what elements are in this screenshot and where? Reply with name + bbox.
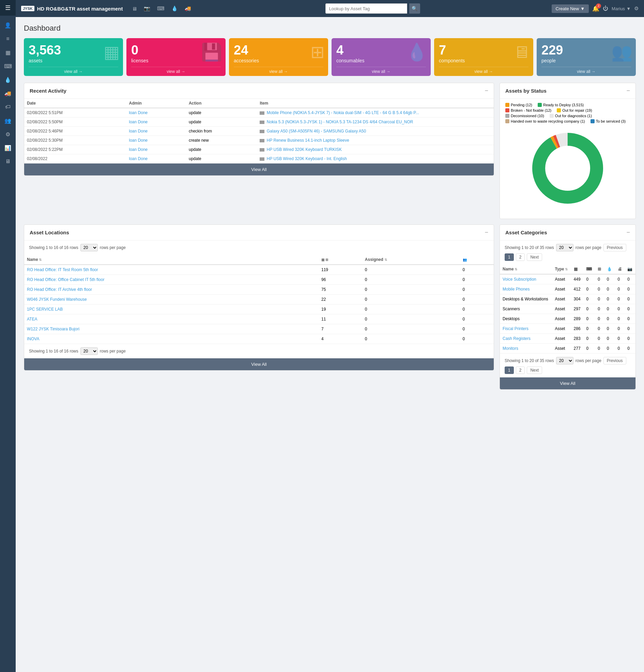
summary-card-people[interactable]: 👥 229 people view all → — [537, 38, 636, 76]
loc-name[interactable]: RO Head Office: IT Archive 4th floor — [24, 285, 319, 295]
cat-name[interactable]: Desktops & Workstations — [500, 294, 552, 304]
asset-locations-table-wrapper[interactable]: Name ▦ ⊞ Assigned 👥 RO Head Office: IT T… — [24, 255, 494, 344]
recent-activity-collapse[interactable]: − — [485, 87, 488, 94]
card-view-all-consumables[interactable]: view all → — [336, 67, 426, 76]
col-name-cat[interactable]: Name — [500, 264, 552, 274]
asset-locations-view-all[interactable]: View All — [24, 358, 494, 370]
share-button[interactable]: ⚙ — [634, 5, 639, 12]
loc-name[interactable]: ATEA — [24, 314, 319, 324]
nav-icon-camera[interactable]: 📷 — [141, 4, 153, 13]
summary-card-consumables[interactable]: 💧 4 consumables view all → — [332, 38, 431, 76]
sidebar-item-monitor[interactable]: 🖥 — [1, 155, 15, 168]
recent-activity-scroll[interactable]: Date Admin Action Item 02/08/2022 5:51PM… — [24, 99, 494, 164]
ra-admin[interactable]: loan Done — [127, 145, 186, 154]
ra-admin[interactable]: loan Done — [127, 154, 186, 164]
asset-categories-view-all[interactable]: View All — [500, 377, 635, 389]
cat-name[interactable]: Cash Registers — [500, 334, 552, 344]
card-view-all-people[interactable]: view all → — [541, 67, 631, 76]
summary-card-accessories[interactable]: ⊞ 24 accessories view all → — [229, 38, 328, 76]
cat-name[interactable]: Desktops — [500, 314, 552, 324]
table-row: Mobile Phones Asset 412 0 0 0 0 0 — [500, 284, 635, 294]
legend-label: Ready to Deploy (3,515) — [543, 103, 584, 107]
prev-btn-top[interactable]: Previous — [604, 244, 626, 251]
sidebar-item-drop[interactable]: 💧 — [1, 74, 15, 86]
ra-item[interactable]: Galaxy A50 (SM-A505FN 46) - SAMSUNG Gala… — [257, 127, 494, 136]
cat-name[interactable]: Voice Subscription — [500, 274, 552, 284]
power-button[interactable]: ⏻ — [603, 5, 608, 12]
asset-categories-table-wrapper[interactable]: Name Type ▦ ⌨ ⊞ 💧 🖨 📷 — [500, 264, 635, 353]
user-menu[interactable]: Marius ▼ — [612, 6, 631, 11]
ra-admin[interactable]: loan Done — [127, 127, 186, 136]
nav-icon-keyboard[interactable]: ⌨ — [155, 4, 167, 13]
loc-name[interactable]: RO Head Office: IT Test Room 5th floor — [24, 265, 319, 275]
legend-dot — [557, 108, 561, 112]
card-view-all-accessories[interactable]: view all → — [234, 67, 323, 76]
page-2-btn-top[interactable]: 2 — [516, 253, 525, 261]
ra-item[interactable]: HP Renew Business 14.1-inch Laptop Sleev… — [257, 136, 494, 145]
sidebar-item-truck[interactable]: 🚚 — [1, 87, 15, 99]
sidebar-item-settings[interactable]: ⚙ — [1, 128, 15, 140]
loc-name[interactable]: RO Head Office: Office Cabinet IT 5th fl… — [24, 275, 319, 285]
asset-locations-collapse[interactable]: − — [485, 229, 488, 236]
loc-name[interactable]: INOVA — [24, 334, 319, 344]
card-view-all-assets[interactable]: view all → — [28, 67, 118, 76]
loc-extra: 0 — [460, 285, 494, 295]
col-name-loc[interactable]: Name — [24, 255, 319, 265]
asset-categories-title: Asset Categories — [505, 230, 547, 235]
ra-item[interactable]: HP USB Wired 320K Keyboard TURKISK — [257, 145, 494, 154]
sidebar-menu-toggle[interactable]: ☰ — [0, 0, 16, 16]
sidebar-item-home[interactable]: 👤 — [1, 19, 15, 31]
sidebar-item-tag[interactable]: 🏷 — [1, 101, 15, 113]
summary-card-licenses[interactable]: 💾 0 licenses view all → — [127, 38, 226, 76]
sidebar-item-chart[interactable]: 📊 — [1, 142, 15, 154]
col-type-cat[interactable]: Type — [552, 264, 571, 274]
nav-icon-desktop[interactable]: 🖥 — [130, 4, 139, 13]
asset-locations-per-page-top[interactable]: 2050100 — [81, 244, 98, 251]
assets-by-status-collapse[interactable]: − — [626, 87, 630, 94]
ra-admin[interactable]: loan Done — [127, 118, 186, 127]
card-view-all-licenses[interactable]: view all → — [131, 67, 221, 76]
ra-admin[interactable]: loan Done — [127, 136, 186, 145]
cat-name[interactable]: Monitors — [500, 344, 552, 353]
nav-icon-truck[interactable]: 🚚 — [182, 4, 193, 13]
loc-name[interactable]: W046 JYSK Fundeni Warehouse — [24, 295, 319, 304]
search-button[interactable]: 🔍 — [409, 3, 420, 14]
sidebar-item-people[interactable]: 👥 — [1, 115, 15, 127]
loc-name[interactable]: 1PC SERVICE LAB — [24, 304, 319, 314]
col-assigned-loc[interactable]: Assigned — [362, 255, 460, 265]
page-2-btn-bottom[interactable]: 2 — [516, 367, 525, 374]
card-view-all-components[interactable]: view all → — [439, 67, 528, 76]
prev-btn-bottom[interactable]: Previous — [604, 357, 626, 364]
cat-name[interactable]: Scanners — [500, 304, 552, 314]
col-item[interactable]: Item — [257, 99, 494, 108]
search-input[interactable] — [325, 3, 407, 14]
sidebar-item-bar[interactable]: ▦ — [1, 46, 15, 59]
sidebar-item-assets[interactable]: ≡ — [1, 33, 15, 45]
asset-categories-per-page-top[interactable]: 2050100 — [556, 244, 573, 251]
col-admin[interactable]: Admin — [127, 99, 186, 108]
page-1-btn-bottom[interactable]: 1 — [505, 367, 514, 374]
ra-item[interactable]: Mobile Phone (NOKIA 5.4-JYSK 7) - Nokia … — [257, 108, 494, 118]
asset-categories-per-page-bottom[interactable]: 2050100 — [556, 357, 573, 364]
col-date[interactable]: Date — [24, 99, 127, 108]
bell-button[interactable]: 🔔 2 — [592, 5, 599, 12]
next-btn-top[interactable]: Next — [527, 253, 542, 261]
loc-name[interactable]: W122 JYSK Timisoara Bujori — [24, 324, 319, 334]
asset-categories-panel: Asset Categories − Showing 1 to 20 of 35… — [500, 225, 636, 395]
summary-card-components[interactable]: 🖥 7 components view all → — [434, 38, 533, 76]
create-new-button[interactable]: Create New ▼ — [552, 4, 589, 13]
next-btn-bottom[interactable]: Next — [527, 367, 542, 374]
page-1-btn-top[interactable]: 1 — [505, 253, 514, 261]
asset-locations-per-page-bottom[interactable]: 2050100 — [81, 347, 98, 355]
asset-categories-collapse[interactable]: − — [626, 229, 630, 236]
ra-item[interactable]: HP USB Wired 320K Keyboard - Int. Englis… — [257, 154, 494, 164]
ra-admin[interactable]: loan Done — [127, 108, 186, 118]
nav-icon-drop[interactable]: 💧 — [169, 4, 180, 13]
recent-activity-view-all[interactable]: View All — [24, 164, 494, 176]
summary-card-assets[interactable]: ▦ 3,563 assets view all → — [24, 38, 123, 76]
ra-item[interactable]: Nokia 5.3 (NOKIA 5.3-JYSK 1) - NOKIA 5.3… — [257, 118, 494, 127]
cat-name[interactable]: Fiscal Printers — [500, 324, 552, 334]
sidebar-item-keyboard[interactable]: ⌨ — [1, 60, 15, 72]
cat-name[interactable]: Mobile Phones — [500, 284, 552, 294]
col-action[interactable]: Action — [186, 99, 257, 108]
